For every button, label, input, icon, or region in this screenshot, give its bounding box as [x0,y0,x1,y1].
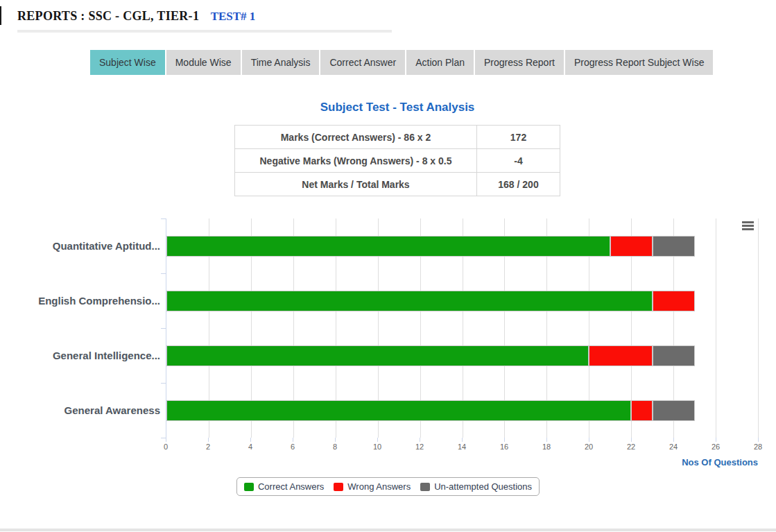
chart-category-labels: Quantitative Aptitud...English Comprehen… [13,218,166,438]
page-header: REPORTS : SSC - CGL, TIER-1 TEST# 1 [0,0,776,24]
negative-marks-value: -4 [477,149,560,173]
legend-swatch-icon [334,483,343,491]
x-tick-label: 6 [291,443,295,451]
x-tick-label: 20 [585,443,593,451]
x-tick-label: 4 [248,443,252,451]
x-tick-label: 10 [373,443,381,451]
subject-wise-chart: Quantitative Aptitud...English Comprehen… [0,218,776,496]
x-tick-label: 18 [542,443,551,451]
x-tick-label: 12 [415,443,424,451]
x-axis-tick [462,438,463,442]
x-axis-tick [335,438,336,442]
gridline [758,218,759,438]
x-axis-tick [166,438,166,442]
x-axis-tick [673,438,674,442]
bar-segment[interactable] [653,291,695,311]
legend-swatch-icon [420,483,430,491]
chart-band [166,218,758,273]
chart-legend: Correct AnswersWrong AnswersUn-attempted… [236,477,540,496]
x-tick-label: 22 [627,443,635,451]
bar-segment[interactable] [653,236,695,257]
bar-segment[interactable] [166,345,589,366]
legend-item[interactable]: Wrong Answers [334,481,411,492]
stacked-bar [166,236,758,257]
marks-table: Marks (Correct Answers) - 86 x 2 172 Neg… [234,125,560,196]
y-axis-tick [161,438,166,438]
tab-progress-report[interactable]: Progress Report [475,50,564,75]
legend-label: Correct Answers [258,481,324,492]
x-axis-tick [420,438,420,442]
y-axis-tick [161,383,166,384]
legend-label: Un-attempted Questions [434,481,532,492]
legend-swatch-icon [244,483,254,491]
table-row: Net Marks / Total Marks 168 / 200 [235,173,560,196]
x-axis-tick [377,438,378,442]
stacked-bar [166,345,758,366]
x-axis-tick [758,438,759,442]
x-tick-label: 14 [458,443,466,451]
x-axis-tick [631,438,632,442]
x-tick-label: 24 [669,443,678,451]
test-number-link[interactable]: TEST# 1 [211,10,256,23]
x-tick-label: 2 [206,443,210,451]
legend-item[interactable]: Correct Answers [244,481,324,492]
x-tick-label: 28 [754,443,762,451]
category-label: General Intelligence... [13,328,166,383]
tab-module-wise[interactable]: Module Wise [166,50,241,75]
stacked-bar [166,400,758,421]
negative-marks-label: Negative Marks (Wrong Answers) - 8 x 0.5 [235,149,477,173]
x-axis-tick [250,438,251,442]
y-axis-tick [161,218,166,219]
bar-segment[interactable] [631,400,652,421]
net-marks-value: 168 / 200 [477,173,560,196]
net-marks-label: Net Marks / Total Marks [235,173,477,196]
bar-segment[interactable] [166,291,653,311]
x-axis-tick [546,438,547,442]
chart-band [166,273,758,328]
bar-segment[interactable] [610,236,653,257]
bar-segment[interactable] [653,400,695,421]
marks-value: 172 [477,126,560,149]
table-row: Marks (Correct Answers) - 86 x 2 172 [235,126,560,149]
legend-item[interactable]: Un-attempted Questions [420,481,532,492]
footer-divider [0,529,776,531]
tab-progress-report-subject-wise[interactable]: Progress Report Subject Wise [565,50,714,75]
x-tick-label: 26 [712,443,720,451]
x-axis-title: Nos Of Questions [166,457,758,467]
category-label: General Awareness [13,383,166,438]
legend-label: Wrong Answers [347,481,411,492]
x-tick-label: 8 [333,443,337,451]
chart-band [166,383,758,438]
report-tabs: Subject Wise Module Wise Time Analysis C… [90,50,776,75]
tab-action-plan[interactable]: Action Plan [406,50,474,75]
category-label: Quantitative Aptitud... [13,218,166,273]
header-divider [17,30,392,33]
plot-area [166,218,758,438]
table-row: Negative Marks (Wrong Answers) - 8 x 0.5… [235,149,560,173]
tab-subject-wise[interactable]: Subject Wise [90,50,165,75]
page-edge-mark [0,6,1,25]
x-tick-label: 0 [164,443,168,451]
stacked-bar [166,291,758,311]
x-axis-tick [716,438,716,442]
bar-segment[interactable] [166,400,631,421]
chart-band [166,328,758,383]
x-axis-tick [504,438,505,442]
page-title: REPORTS : SSC - CGL, TIER-1 [17,9,199,23]
y-axis-tick [161,328,166,329]
tab-time-analysis[interactable]: Time Analysis [242,50,320,75]
analysis-title: Subject Test - Test Analysis [234,101,560,114]
test-analysis-section: Subject Test - Test Analysis Marks (Corr… [234,101,560,196]
x-axis-tick [589,438,589,442]
category-label: English Comprehensio... [13,273,166,328]
x-axis-tick [208,438,209,442]
x-axis-tick [293,438,293,442]
y-axis-tick [161,273,166,274]
x-tick-label: 16 [500,443,508,451]
bar-segment[interactable] [166,236,610,257]
bar-segment[interactable] [653,345,695,366]
bar-segment[interactable] [589,345,652,366]
x-axis: 0246810121416182022242628 [166,438,758,456]
tab-correct-answer[interactable]: Correct Answer [320,50,405,75]
marks-label: Marks (Correct Answers) - 86 x 2 [235,126,477,149]
